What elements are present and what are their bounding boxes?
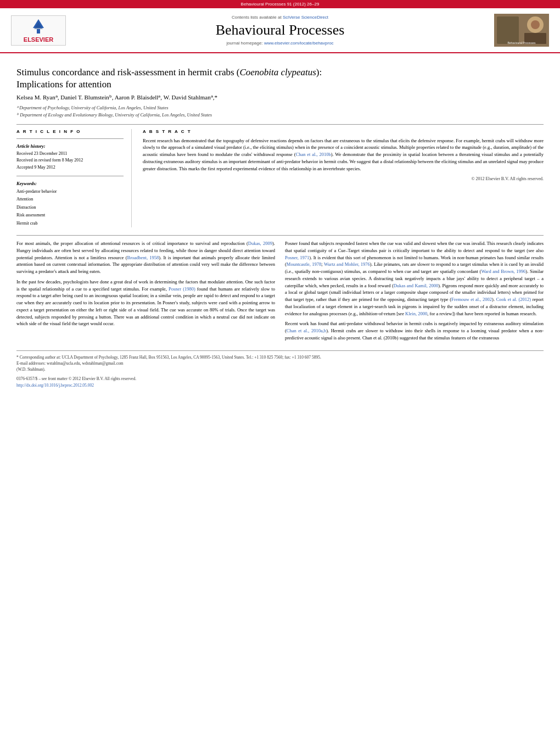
svg-rect-0: [37, 29, 40, 34]
svg-point-6: [531, 20, 540, 29]
journal-citation: Behavioural Processes 91 (2012) 26–29: [241, 2, 320, 7]
keyword-2: Attention: [16, 196, 124, 203]
history-label: Article history:: [16, 143, 124, 149]
divider-info-2: [16, 176, 124, 176]
body-para-3: Posner found that subjects responded fas…: [285, 240, 544, 317]
body-para-4: Recent work has found that anti-predator…: [285, 320, 544, 341]
doi-line: http://dx.doi.org/10.1016/j.beproc.2012.…: [16, 382, 544, 389]
divider-2: [16, 235, 544, 236]
journal-thumbnail-area: Behavioural Processes: [489, 14, 549, 47]
sciverse-link[interactable]: SciVerse ScienceDirect: [283, 15, 328, 20]
cite-wurtz[interactable]: Wurtz and Mohler, 1976: [324, 261, 370, 267]
received-date: Received 23 December 2011: [16, 150, 124, 158]
doi-link[interactable]: http://dx.doi.org/10.1016/j.beproc.2012.…: [16, 383, 94, 388]
body-para-2: In the past few decades, psychologists h…: [16, 278, 275, 327]
keywords-section: Keywords: Anti-predator behavior Attenti…: [16, 181, 124, 227]
cite-dukas-kamil[interactable]: Dukas and Kamil, 2000: [394, 283, 438, 288]
svg-text:Behavioural Processes: Behavioural Processes: [507, 41, 536, 44]
email-note: E-mail addresses: wstahlma@ucla.edu, wds…: [16, 360, 544, 366]
accepted-date: Accepted 9 May 2012: [16, 164, 124, 171]
journal-center: Contents lists available at SciVerse Sci…: [71, 15, 489, 46]
keywords-label: Keywords:: [16, 181, 124, 186]
page-footer: 0376-6357/$ – see front matter © 2012 El…: [16, 376, 544, 389]
main-content: Stimulus concordance and risk-assessment…: [0, 53, 560, 400]
copyright-notice: © 2012 Elsevier B.V. All rights reserved…: [143, 176, 544, 181]
footnotes: * Corresponding author at: UCLA Departme…: [16, 350, 544, 373]
abstract-heading: A B S T R A C T: [143, 129, 544, 134]
elsevier-logo: ELSEVIER: [11, 15, 66, 46]
journal-title: Behavioural Processes: [71, 22, 489, 38]
article-info-column: A R T I C L E I N F O Article history: R…: [16, 129, 132, 227]
cite-posner-1980[interactable]: Posner (1980): [169, 286, 195, 292]
wd-note: (W.D. Stahlman).: [16, 366, 544, 372]
journal-thumbnail: Behavioural Processes: [494, 14, 549, 47]
journal-header: ELSEVIER Contents lists available at Sci…: [0, 8, 560, 53]
elsevier-logo-area: ELSEVIER: [11, 15, 71, 46]
abstract-text: Recent research has demonstrated that th…: [143, 137, 544, 172]
abstract-section: A B S T R A C T Recent research has demo…: [143, 129, 544, 227]
info-abstract-section: A R T I C L E I N F O Article history: R…: [16, 129, 544, 227]
cite-dukas-2009[interactable]: Dukas, 2009: [248, 241, 272, 246]
journal-homepage-link[interactable]: www.elsevier.com/locate/behavproc: [264, 41, 334, 46]
svg-rect-4: [497, 16, 519, 44]
contents-available-line: Contents lists available at SciVerse Sci…: [71, 15, 489, 20]
keyword-3: Distraction: [16, 204, 124, 211]
revised-date: Received in revised form 8 May 2012: [16, 157, 124, 164]
elsevier-text: ELSEVIER: [24, 36, 53, 43]
body-col-left: For most animals, the proper allocation …: [16, 240, 275, 345]
divider-info-1: [16, 138, 124, 139]
authors-line: Kelsea M. Ryanᵃ, Daniel T. Blumsteinᵇ, A…: [16, 94, 544, 101]
cite-posner-1971[interactable]: Posner, 1971: [285, 255, 309, 260]
article-info-heading: A R T I C L E I N F O: [16, 129, 124, 134]
abstract-citation-chan[interactable]: Chan et al., 2010b: [296, 152, 331, 157]
cite-chan-2010ab[interactable]: Chan et al., 2010a,b: [287, 328, 326, 333]
keyword-4: Risk assessment: [16, 211, 124, 219]
issn-line: 0376-6357/$ – see front matter © 2012 El…: [16, 376, 544, 382]
affiliations: ᵃ Department of Psychology, University o…: [16, 104, 544, 119]
thumbnail-image: Behavioural Processes: [494, 14, 549, 47]
elsevier-tree-icon: [25, 18, 52, 35]
keyword-5: Hermit crab: [16, 220, 124, 227]
cite-klein[interactable]: Klein, 2000: [405, 311, 427, 316]
body-col-right: Posner found that subjects responded fas…: [285, 240, 544, 345]
article-title: Stimulus concordance and risk-assessment…: [16, 66, 544, 91]
body-para-1: For most animals, the proper allocation …: [16, 240, 275, 275]
cite-ward-brown[interactable]: Ward and Brown, 1996: [481, 269, 525, 274]
top-bar: Behavioural Processes 91 (2012) 26–29: [0, 0, 560, 8]
body-text: For most animals, the proper allocation …: [16, 240, 544, 345]
keyword-1: Anti-predator behavior: [16, 188, 124, 196]
corresponding-author-note: * Corresponding author at: UCLA Departme…: [16, 354, 544, 360]
journal-homepage-line: journal homepage: www.elsevier.com/locat…: [71, 41, 489, 46]
affiliation-b: ᵇ Department of Ecology and Evolutionary…: [16, 111, 544, 119]
divider-1: [16, 124, 544, 125]
affiliation-a: ᵃ Department of Psychology, University o…: [16, 104, 544, 111]
article-history: Article history: Received 23 December 20…: [16, 143, 124, 171]
cite-cook[interactable]: Cook et al. (2012): [496, 297, 531, 302]
cite-mountcastle[interactable]: Mountcastle, 1978: [287, 261, 321, 267]
cite-broadbent[interactable]: Broadbent, 1958: [127, 255, 159, 260]
cite-fremouw[interactable]: Fremouw et al., 2002: [451, 297, 492, 302]
